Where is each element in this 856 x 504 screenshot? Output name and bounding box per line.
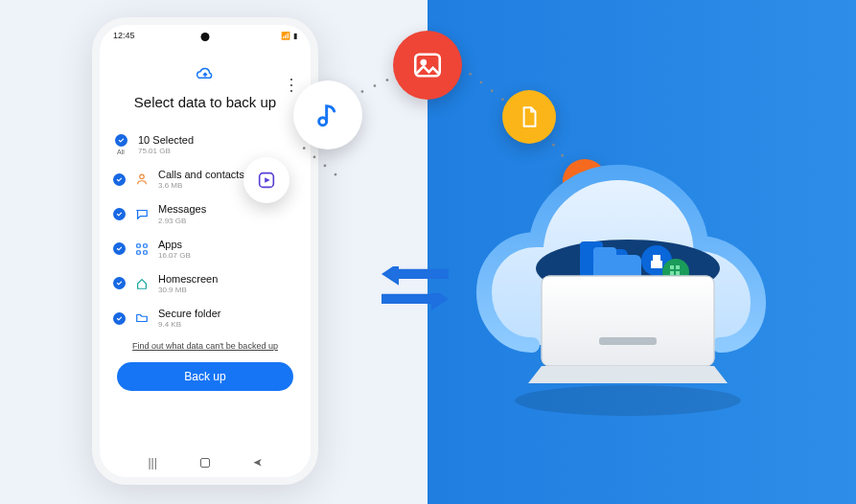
android-navbar: ||| ➤ — [100, 456, 311, 470]
cloud-drawer-illustration — [474, 144, 781, 441]
cloud-header-icon — [100, 65, 311, 88]
svg-rect-19 — [676, 271, 680, 275]
checkbox-icon[interactable] — [113, 312, 126, 325]
item-label: Apps — [158, 239, 297, 251]
phone-mockup: 12:45 📶▮ Select data to back up All 10 S… — [92, 17, 318, 485]
sync-arrows-icon — [382, 266, 449, 320]
item-size: 75.01 GB — [138, 147, 297, 155]
message-icon — [135, 207, 149, 220]
list-item[interactable]: Messages 2.93 GB — [105, 196, 305, 231]
item-label: 10 Selected — [138, 134, 297, 147]
list-item[interactable]: Homescreen 30.9 MB — [105, 266, 305, 301]
apps-icon — [135, 242, 149, 256]
list-item[interactable]: Secure folder 9.4 KB — [105, 301, 305, 335]
status-bar: 12:45 📶▮ — [100, 25, 311, 40]
back-button[interactable]: ➤ — [253, 456, 263, 470]
item-size: 16.07 GB — [158, 251, 297, 260]
svg-point-0 — [140, 174, 144, 178]
item-size: 30.9 MB — [158, 286, 297, 294]
svg-rect-18 — [670, 271, 674, 275]
list-item[interactable]: Apps 16.07 GB — [105, 232, 305, 266]
info-link[interactable]: Find out what data can't be backed up — [100, 341, 311, 351]
item-label: Secure folder — [158, 308, 297, 320]
item-label: Messages — [158, 203, 297, 216]
svg-rect-22 — [599, 337, 657, 345]
checkbox-icon[interactable] — [113, 173, 126, 186]
svg-rect-7 — [415, 55, 440, 77]
checkbox-icon[interactable] — [113, 242, 126, 255]
svg-rect-16 — [670, 265, 674, 269]
page-title: Select data to back up — [100, 94, 311, 110]
status-time: 12:45 — [113, 31, 135, 40]
backup-list: All 10 Selected 75.01 GB Calls and conta… — [100, 127, 311, 335]
svg-rect-1 — [137, 243, 141, 247]
svg-rect-4 — [144, 250, 148, 254]
svg-rect-17 — [676, 265, 680, 269]
more-menu-icon[interactable] — [285, 79, 298, 92]
checkbox-icon[interactable] — [115, 134, 127, 147]
svg-point-23 — [515, 385, 741, 416]
video-bubble-icon — [243, 157, 289, 203]
svg-rect-20 — [542, 276, 714, 366]
recents-button[interactable]: ||| — [148, 456, 156, 470]
all-label: All — [117, 149, 125, 155]
camera-notch — [201, 33, 210, 41]
home-icon — [135, 277, 149, 290]
svg-rect-3 — [137, 250, 141, 254]
svg-rect-13 — [593, 247, 616, 261]
svg-rect-2 — [144, 243, 148, 247]
checkbox-icon[interactable] — [113, 208, 126, 220]
music-bubble-icon — [293, 80, 362, 149]
contact-icon — [135, 172, 149, 186]
backup-button[interactable]: Back up — [117, 362, 293, 391]
file-bubble-icon — [502, 90, 556, 144]
list-item[interactable]: All 10 Selected 75.01 GB — [105, 127, 305, 162]
checkbox-icon[interactable] — [113, 277, 126, 289]
item-size: 9.4 KB — [158, 320, 297, 329]
home-button[interactable] — [200, 458, 210, 468]
status-icons: 📶▮ — [281, 32, 297, 40]
item-size: 2.93 GB — [158, 217, 297, 225]
item-label: Homescreen — [158, 273, 297, 286]
folder-icon — [135, 311, 149, 325]
image-bubble-icon — [393, 31, 462, 100]
svg-point-8 — [422, 60, 426, 64]
dotted-path: • • • • — [466, 69, 510, 107]
